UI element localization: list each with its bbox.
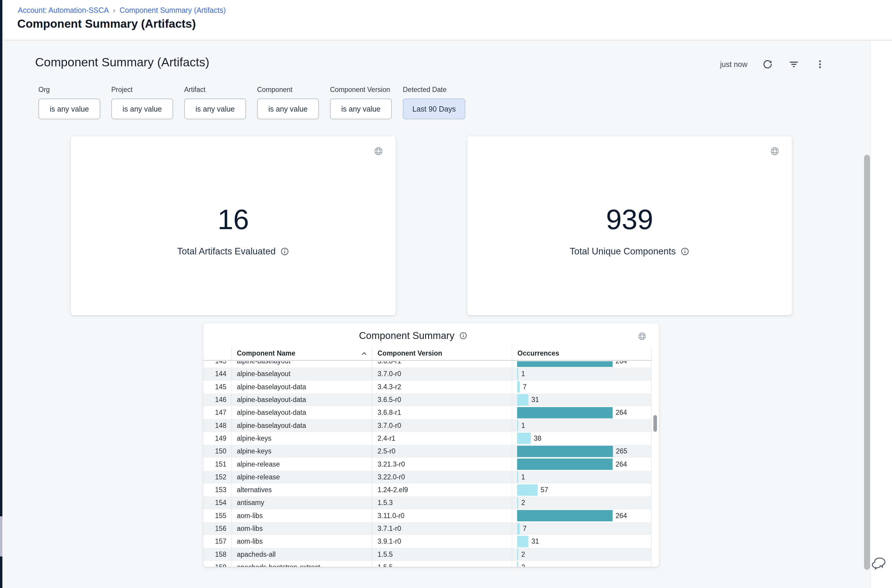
column-header-component-name[interactable]: Component Name [231,346,372,360]
filter-label: Artifact [184,86,246,94]
occurrences-bar [517,459,613,470]
occurrences-bar [517,549,518,560]
page-header: Account: Automation-SSCA › Component Sum… [2,0,892,40]
table-row[interactable]: 152 alpine-release 3.22.0-r0 1 [203,471,652,483]
dashboard-filter: Org is any value [38,86,100,119]
occurrences-bar [517,394,528,406]
component-name-cell: alpine-baselayout-data [231,381,372,393]
sort-ascending-icon [361,351,367,356]
component-name-cell: alpine-keys [231,432,372,445]
occurrences-value: 7 [523,383,527,391]
occurrences-bar [517,510,613,521]
refresh-button[interactable] [762,58,774,70]
table-row[interactable]: 144 alpine-baselayout 3.7.0-r0 1 [203,368,652,380]
chat-bubbles-icon [871,556,888,570]
globe-icon[interactable] [638,332,646,342]
filter-label: Detected Date [403,86,465,94]
occurrences-bar [517,561,518,567]
occurrences-cell: 264 [512,361,652,368]
component-version-cell: 1.24-2.el9 [372,483,512,496]
column-header-label: Component Name [237,350,295,357]
component-version-cell: 1.5.5 [372,548,512,561]
row-index-cell: 159 [203,561,231,567]
dashboard-filter: Detected Date Last 90 Days [403,86,465,119]
table-row[interactable]: 150 alpine-keys 2.5-r0 265 [203,445,652,458]
occurrences-cell: 31 [512,535,652,548]
component-name-cell: alpine-baselayout [231,368,372,380]
occurrences-bar [517,484,538,496]
filter-label: Org [38,86,100,94]
info-icon[interactable] [681,247,690,256]
filter-toggle-button[interactable] [788,58,800,70]
occurrences-cell: 1 [512,368,652,380]
page-scrollbar-thumb[interactable] [864,155,870,570]
row-index-cell: 145 [203,381,231,393]
table-row[interactable]: 157 aom-libs 3.9.1-r0 31 [203,535,652,548]
dashboard-more-menu-button[interactable] [814,58,826,70]
column-header-occurrences[interactable]: Occurrences [512,346,652,360]
info-icon[interactable] [459,332,468,340]
occurrences-cell: 1 [512,419,652,432]
occurrences-cell: 2 [512,561,652,567]
table-row[interactable]: 154 antisamy 1.5.3 2 [203,496,652,509]
component-name-cell: alpine-baselayout-data [231,406,372,419]
component-name-cell: alpine-keys [231,445,372,458]
total-unique-components-label: Total Unique Components [570,246,676,257]
filter-label: Component Version [330,86,392,94]
component-version-cell: 1.5.5 [372,561,512,567]
table-row[interactable]: 146 alpine-baselayout-data 3.6.5-r0 31 [203,393,652,406]
component-version-cell: 2.4-r1 [372,432,512,445]
filter-label: Project [111,86,173,94]
occurrences-bar [517,433,531,444]
table-row[interactable]: 156 aom-libs 3.7.1-r0 7 [203,522,652,535]
table-row[interactable]: 158 apacheds-all 1.5.5 2 [203,548,652,561]
filter-label: Component [257,86,319,94]
info-icon[interactable] [280,247,289,256]
table-row[interactable]: 143 alpine-baselayout 3.6.8-r1 264 [203,361,652,368]
table-row[interactable]: 149 alpine-keys 2.4-r1 38 [203,432,652,445]
last-refreshed-label: just now [720,60,747,69]
component-version-cell: 3.6.8-r1 [372,406,512,419]
filter-value-chip-component-version[interactable]: is any value [330,99,392,119]
column-header-label: Component Version [378,350,442,357]
occurrences-value: 57 [541,486,548,494]
table-rows-container: 143 alpine-baselayout 3.6.8-r1 264 144 a… [203,361,652,567]
dashboard-filter: Component is any value [257,86,319,119]
column-header-component-version[interactable]: Component Version [372,346,512,360]
table-row[interactable]: 155 aom-libs 3.11.0-r0 264 [203,510,652,522]
occurrences-bar [517,381,520,393]
component-version-cell: 3.4.3-r2 [372,381,512,393]
occurrences-value: 1 [521,473,525,481]
filter-value-chip-org[interactable]: is any value [38,99,100,119]
row-index-cell: 157 [203,535,231,548]
nav-rail[interactable] [0,0,2,588]
table-row[interactable]: 148 alpine-baselayout-data 3.7.0-r0 1 [203,419,652,432]
filter-value-chip-detected-date[interactable]: Last 90 Days [403,99,465,119]
help-chat-button[interactable] [871,554,888,572]
table-row[interactable]: 151 alpine-release 3.21.3-r0 264 [203,458,652,471]
occurrences-bar [517,471,518,483]
component-version-cell: 3.9.1-r0 [372,535,512,548]
occurrences-value: 7 [523,525,527,532]
occurrences-value: 1 [521,370,525,378]
table-row[interactable]: 147 alpine-baselayout-data 3.6.8-r1 264 [203,406,652,419]
occurrences-value: 2 [521,563,525,567]
component-name-cell: apacheds-bootstrap-extract [231,561,372,567]
occurrences-bar [517,368,518,380]
filter-value-chip-project[interactable]: is any value [111,99,173,119]
component-version-cell: 3.7.0-r0 [372,419,512,432]
filter-value-chip-component[interactable]: is any value [257,99,319,119]
table-body[interactable]: 143 alpine-baselayout 3.6.8-r1 264 144 a… [203,361,652,567]
breadcrumb-current-link[interactable]: Component Summary (Artifacts) [120,6,226,15]
occurrences-bar [517,407,613,418]
occurrences-cell: 31 [512,393,652,406]
dashboard-filter: Artifact is any value [184,86,246,119]
table-scrollbar-thumb[interactable] [654,415,657,432]
component-version-cell: 3.21.3-r0 [372,458,512,471]
table-row[interactable]: 153 alternatives 1.24-2.el9 57 [203,483,652,496]
table-row[interactable]: 145 alpine-baselayout-data 3.4.3-r2 7 [203,381,652,393]
breadcrumb-account-link[interactable]: Account: Automation-SSCA [18,6,109,15]
table-row[interactable]: 159 apacheds-bootstrap-extract 1.5.5 2 [203,561,652,567]
filter-value-chip-artifact[interactable]: is any value [184,99,246,119]
occurrences-value: 2 [521,550,525,558]
